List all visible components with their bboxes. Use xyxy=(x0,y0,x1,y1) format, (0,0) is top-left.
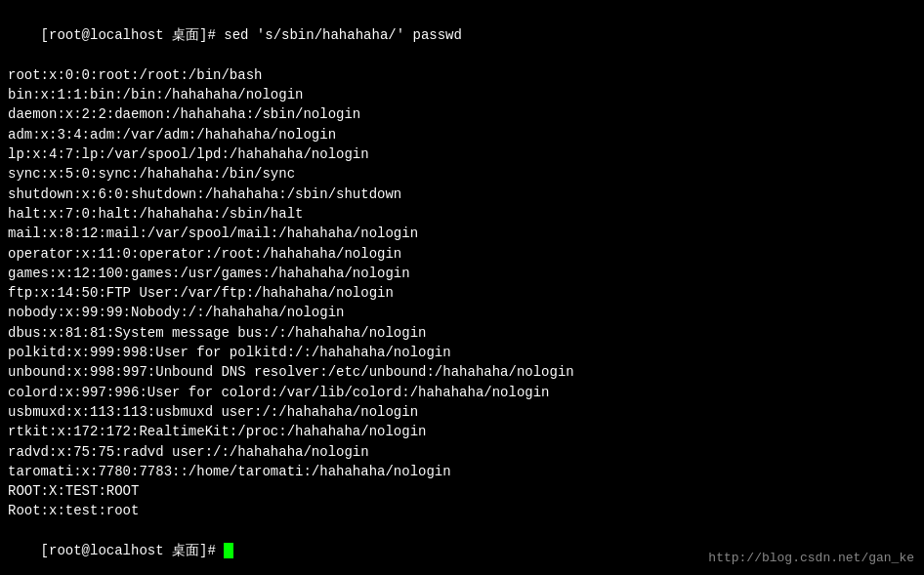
cursor xyxy=(224,543,233,558)
prompt: [root@localhost 桌面]# xyxy=(41,27,225,43)
command-text: sed 's/sbin/hahahaha/' passwd xyxy=(224,27,462,43)
output-line: adm:x:3:4:adm:/var/adm:/hahahaha/nologin xyxy=(8,125,916,144)
output-line: root:x:0:0:root:/root:/bin/bash xyxy=(8,65,916,85)
output-line: taromati:x:7780:7783::/home/taromati:/ha… xyxy=(8,462,916,481)
output-line: daemon:x:2:2:daemon:/hahahaha:/sbin/nolo… xyxy=(8,104,916,124)
watermark: http://blog.csdn.net/gan_ke xyxy=(708,551,914,565)
final-prompt-line: [root@localhost 桌面]# xyxy=(8,521,916,575)
output-line: games:x:12:100:games:/usr/games:/hahahah… xyxy=(8,264,916,283)
output-line: colord:x:997:996:User for colord:/var/li… xyxy=(8,383,916,402)
output-line: mail:x:8:12:mail:/var/spool/mail:/hahaha… xyxy=(8,224,916,243)
output-line: radvd:x:75:75:radvd user:/:/hahahaha/nol… xyxy=(8,442,916,462)
output-line: rtkit:x:172:172:RealtimeKit:/proc:/hahah… xyxy=(8,422,916,441)
final-prompt: [root@localhost 桌面]# xyxy=(41,543,225,558)
output-line: unbound:x:998:997:Unbound DNS resolver:/… xyxy=(8,362,916,382)
terminal-window: [root@localhost 桌面]# sed 's/sbin/hahahah… xyxy=(0,0,924,575)
output-line: operator:x:11:0:operator:/root:/hahahaha… xyxy=(8,244,916,264)
output-line: ROOT:X:TEST:ROOT xyxy=(8,481,916,501)
output-line: nobody:x:99:99:Nobody:/:/hahahaha/nologi… xyxy=(8,303,916,322)
output-line: halt:x:7:0:halt:/hahahaha:/sbin/halt xyxy=(8,204,916,224)
output-line: bin:x:1:1:bin:/bin:/hahahaha/nologin xyxy=(8,85,916,104)
command-line: [root@localhost 桌面]# sed 's/sbin/hahahah… xyxy=(8,6,916,65)
output-line: polkitd:x:999:998:User for polkitd:/:/ha… xyxy=(8,343,916,362)
output-line: ftp:x:14:50:FTP User:/var/ftp:/hahahaha/… xyxy=(8,283,916,303)
output-line: Root:x:test:root xyxy=(8,501,916,520)
output-line: usbmuxd:x:113:113:usbmuxd user:/:/hahaha… xyxy=(8,402,916,422)
output-line: dbus:x:81:81:System message bus:/:/hahah… xyxy=(8,323,916,343)
output-line: lp:x:4:7:lp:/var/spool/lpd:/hahahaha/nol… xyxy=(8,144,916,164)
output-line: sync:x:5:0:sync:/hahahaha:/bin/sync xyxy=(8,164,916,184)
output-area: root:x:0:0:root:/root:/bin/bashbin:x:1:1… xyxy=(8,65,916,521)
output-line: shutdown:x:6:0:shutdown:/hahahaha:/sbin/… xyxy=(8,185,916,204)
